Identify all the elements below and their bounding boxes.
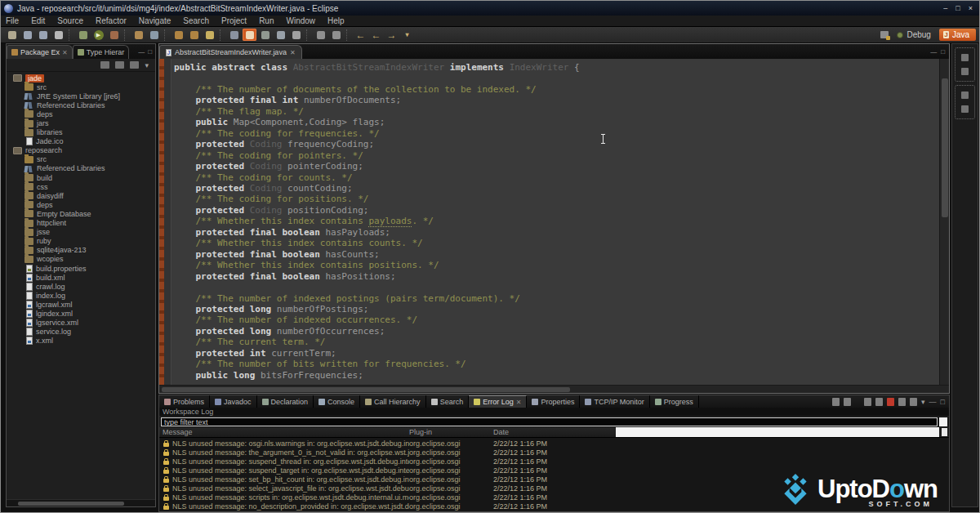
forward-dropdown-icon[interactable]: ▾ [400, 29, 414, 41]
tree-item-ruby[interactable]: ruby [7, 237, 155, 246]
menu-project[interactable]: Project [221, 16, 247, 25]
code-editor[interactable]: public abstract class AbstractBitStreamI… [172, 59, 939, 385]
save-icon[interactable] [20, 29, 34, 41]
tree-item-referenced-libraries[interactable]: Referenced Libraries [7, 100, 155, 109]
tree-item-build-xml[interactable]: build.xml [7, 273, 155, 282]
new-java-project-icon[interactable] [131, 29, 145, 41]
column-date[interactable]: Date [493, 428, 614, 436]
tree-item-index-log[interactable]: index.log [7, 291, 155, 300]
menu-refactor[interactable]: Refactor [96, 16, 127, 25]
open-task-icon[interactable] [172, 29, 185, 41]
tree-item-sqlite4java-213[interactable]: sqlite4java-213 [7, 246, 155, 255]
next-change-icon[interactable] [258, 29, 272, 41]
snippets-view-icon[interactable] [961, 68, 969, 75]
search-doc-icon[interactable] [227, 29, 241, 41]
menu-file[interactable]: File [6, 16, 19, 25]
view-tab-type-hierar[interactable]: Type Hierar [73, 45, 130, 59]
delete-log-icon[interactable] [887, 398, 894, 406]
minimize-view-icon[interactable]: — [929, 398, 937, 406]
table-row[interactable]: NLS unused message: suspend_thread in: o… [159, 457, 949, 466]
package-explorer-hscrollbar[interactable] [7, 499, 155, 506]
print-icon[interactable] [51, 29, 65, 41]
menu-edit[interactable]: Edit [31, 16, 45, 25]
view-tab-package-ex[interactable]: Package Ex✕ [7, 45, 73, 59]
tree-item-deps[interactable]: deps [7, 109, 155, 118]
tree-item-jsse[interactable]: jsse [7, 228, 155, 237]
close-view-icon[interactable]: ✕ [62, 49, 68, 56]
import-log-icon[interactable] [875, 398, 883, 406]
tree-item-crawl-log[interactable]: crawl.log [7, 282, 155, 291]
tree-item-deps[interactable]: deps [7, 200, 155, 209]
minimize-view-icon[interactable]: — [138, 48, 145, 56]
menu-run[interactable]: Run [259, 16, 274, 25]
hscroll-thumb[interactable] [162, 387, 570, 392]
tree-item-lgcrawl-xml[interactable]: lgcrawl.xml [7, 300, 155, 309]
copy-log-icon[interactable] [832, 398, 840, 406]
forward-icon[interactable]: → [385, 29, 399, 41]
tab-properties[interactable]: Properties [527, 395, 580, 408]
java-perspective-active-icon[interactable] [243, 29, 256, 41]
editor-tab-active[interactable]: J AbstractBitStreamIndexWriter.java ✕ [159, 45, 302, 59]
java-editor-pencil-icon[interactable] [203, 29, 216, 41]
view-menu-chevron-icon[interactable]: ▾ [921, 398, 925, 406]
tab-declaration[interactable]: Declaration [257, 395, 314, 408]
prev-annotation-icon[interactable] [314, 29, 327, 41]
table-row[interactable]: NLS unused message: the_argument_0_is_no… [159, 448, 949, 457]
tab-javadoc[interactable]: Javadoc [210, 395, 257, 408]
menu-search[interactable]: Search [183, 16, 209, 25]
tree-item-lgservice-xml[interactable]: lgservice.xml [7, 319, 155, 328]
tab-search[interactable]: Search [426, 395, 470, 408]
tree-item-jars[interactable]: jars [7, 118, 155, 127]
new-wizard-icon[interactable] [5, 29, 19, 41]
tree-item-css[interactable]: css [7, 182, 155, 191]
tree-item-empty-database[interactable]: Empty Database [7, 209, 155, 218]
outline-view-icon[interactable] [961, 54, 969, 61]
tree-item-daisydiff[interactable]: daisydiff [7, 191, 155, 200]
menu-source[interactable]: Source [57, 16, 83, 25]
templates-view-icon[interactable] [961, 105, 969, 113]
run-external-icon[interactable] [107, 29, 121, 41]
vscroll-thumb[interactable] [942, 78, 948, 217]
tree-item-build-properties[interactable]: build.properties [7, 264, 155, 273]
tree-item-jade[interactable]: jade [7, 74, 155, 83]
open-log-icon[interactable] [864, 398, 871, 406]
tab-progress[interactable]: Progress [650, 395, 699, 408]
editor-vscrollbar[interactable] [939, 59, 949, 385]
tree-item-src[interactable]: src [7, 83, 155, 91]
editor-hscrollbar[interactable] [159, 385, 949, 393]
column-message[interactable]: Message [159, 428, 409, 436]
last-edit-location-icon[interactable]: ← [354, 29, 368, 41]
tree-item-libraries[interactable]: libraries [7, 128, 155, 137]
tree-item-jre-system-library-jre6-[interactable]: JRE System Library [jre6] [7, 91, 155, 100]
view-menu-chevron-icon[interactable]: ▾ [145, 61, 149, 69]
maximize-view-icon[interactable]: □ [148, 48, 152, 56]
collapse-all-icon[interactable] [100, 61, 109, 69]
menu-help[interactable]: Help [327, 16, 345, 25]
perspective-java-active[interactable]: J Java [939, 29, 976, 41]
tree-item-jade-ico[interactable]: Jade.ico [7, 137, 155, 146]
tree-item-referenced-libraries[interactable]: Referenced Libraries [7, 164, 155, 173]
tree-item-reposearch[interactable]: reposearch [7, 146, 155, 155]
ant-view-icon[interactable] [961, 91, 969, 99]
tab-problems[interactable]: Problems [159, 395, 210, 408]
open-perspective-icon[interactable] [880, 31, 889, 38]
refresh-icon[interactable] [147, 29, 161, 41]
column-plugin[interactable]: Plug-in [409, 428, 493, 436]
tab-call-hierarchy[interactable]: Call Hierarchy [360, 395, 426, 408]
close-tab-icon[interactable]: ✕ [516, 399, 522, 406]
tree-item-x-xml[interactable]: x.xml [7, 337, 155, 346]
hscroll-thumb[interactable] [18, 502, 124, 506]
show-whitespace-icon[interactable] [289, 29, 303, 41]
filter-clear-box[interactable] [939, 417, 947, 426]
minimize-button[interactable]: – [943, 4, 947, 12]
menu-window[interactable]: Window [286, 16, 315, 25]
tab-error-log[interactable]: Error Log✕ [469, 395, 527, 408]
tree-item-build[interactable]: build [7, 173, 155, 182]
maximize-view-icon[interactable]: □ [941, 48, 945, 56]
table-view-icon[interactable] [274, 29, 287, 41]
save-all-icon[interactable] [36, 29, 50, 41]
close-button[interactable]: × [969, 4, 973, 12]
filters-icon[interactable] [130, 61, 139, 69]
close-tab-icon[interactable]: ✕ [290, 49, 296, 56]
minimize-view-icon[interactable]: — [930, 48, 937, 56]
